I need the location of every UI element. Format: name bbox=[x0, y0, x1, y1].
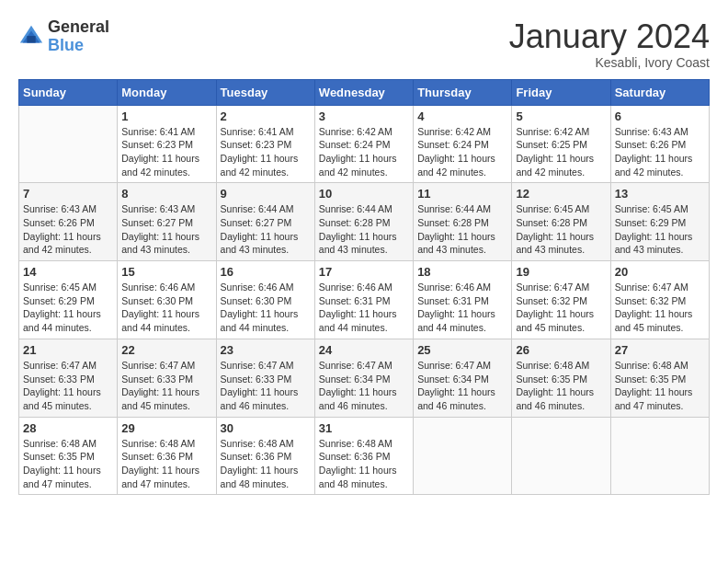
day-info: Sunrise: 6:44 AMSunset: 6:28 PMDaylight:… bbox=[319, 202, 409, 257]
day-of-week-header: Friday bbox=[512, 79, 610, 105]
logo-general: General bbox=[48, 18, 109, 37]
day-info: Sunrise: 6:46 AMSunset: 6:30 PMDaylight:… bbox=[221, 281, 311, 335]
title-block: January 2024 Kesabli, Ivory Coast bbox=[509, 18, 710, 70]
day-number: 15 bbox=[121, 265, 211, 279]
day-number: 31 bbox=[319, 421, 409, 435]
day-number: 3 bbox=[319, 109, 409, 123]
calendar-day-cell: 12Sunrise: 6:45 AMSunset: 6:28 PMDayligh… bbox=[512, 183, 610, 261]
logo-text-block: General Blue bbox=[48, 18, 109, 55]
day-number: 5 bbox=[516, 109, 606, 123]
calendar-week-row: 14Sunrise: 6:45 AMSunset: 6:29 PMDayligh… bbox=[19, 261, 710, 339]
calendar-week-row: 21Sunrise: 6:47 AMSunset: 6:33 PMDayligh… bbox=[19, 339, 710, 417]
logo-icon bbox=[18, 24, 44, 50]
day-info: Sunrise: 6:47 AMSunset: 6:33 PMDaylight:… bbox=[23, 359, 113, 413]
day-info: Sunrise: 6:44 AMSunset: 6:27 PMDaylight:… bbox=[221, 202, 311, 257]
calendar-day-cell: 6Sunrise: 6:43 AMSunset: 6:26 PMDaylight… bbox=[610, 105, 709, 183]
calendar-day-cell: 31Sunrise: 6:48 AMSunset: 6:36 PMDayligh… bbox=[314, 417, 413, 495]
day-info: Sunrise: 6:48 AMSunset: 6:36 PMDaylight:… bbox=[121, 437, 211, 491]
calendar-day-cell: 4Sunrise: 6:42 AMSunset: 6:24 PMDaylight… bbox=[414, 105, 512, 183]
day-info: Sunrise: 6:46 AMSunset: 6:31 PMDaylight:… bbox=[417, 281, 507, 335]
day-number: 28 bbox=[23, 421, 113, 435]
day-info: Sunrise: 6:44 AMSunset: 6:28 PMDaylight:… bbox=[417, 202, 507, 257]
day-number: 13 bbox=[615, 187, 705, 201]
day-of-week-header: Tuesday bbox=[216, 79, 314, 105]
main-title: January 2024 bbox=[509, 18, 710, 55]
day-number: 8 bbox=[121, 187, 211, 201]
calendar-day-cell: 2Sunrise: 6:41 AMSunset: 6:23 PMDaylight… bbox=[216, 105, 314, 183]
calendar-day-cell: 20Sunrise: 6:47 AMSunset: 6:32 PMDayligh… bbox=[610, 261, 709, 339]
day-number: 12 bbox=[516, 187, 606, 201]
day-number: 14 bbox=[23, 265, 113, 279]
day-info: Sunrise: 6:46 AMSunset: 6:31 PMDaylight:… bbox=[319, 281, 409, 335]
calendar-day-cell: 10Sunrise: 6:44 AMSunset: 6:28 PMDayligh… bbox=[314, 183, 413, 261]
calendar-day-cell: 3Sunrise: 6:42 AMSunset: 6:24 PMDaylight… bbox=[314, 105, 413, 183]
day-info: Sunrise: 6:47 AMSunset: 6:32 PMDaylight:… bbox=[516, 281, 606, 335]
day-of-week-header: Saturday bbox=[610, 79, 709, 105]
day-number: 29 bbox=[121, 421, 211, 435]
calendar-day-cell: 8Sunrise: 6:43 AMSunset: 6:27 PMDaylight… bbox=[118, 183, 216, 261]
day-info: Sunrise: 6:42 AMSunset: 6:24 PMDaylight:… bbox=[319, 125, 409, 179]
day-number: 22 bbox=[121, 343, 211, 357]
day-of-week-header: Monday bbox=[118, 79, 216, 105]
day-info: Sunrise: 6:47 AMSunset: 6:34 PMDaylight:… bbox=[417, 359, 507, 413]
calendar-day-cell bbox=[414, 417, 512, 495]
calendar-week-row: 28Sunrise: 6:48 AMSunset: 6:35 PMDayligh… bbox=[19, 417, 710, 495]
day-number: 30 bbox=[221, 421, 311, 435]
day-info: Sunrise: 6:42 AMSunset: 6:25 PMDaylight:… bbox=[516, 125, 606, 179]
day-of-week-header: Sunday bbox=[19, 79, 118, 105]
calendar-day-cell: 27Sunrise: 6:48 AMSunset: 6:35 PMDayligh… bbox=[610, 339, 709, 417]
day-number: 4 bbox=[417, 109, 507, 123]
calendar-day-cell: 9Sunrise: 6:44 AMSunset: 6:27 PMDaylight… bbox=[216, 183, 314, 261]
day-number: 26 bbox=[516, 343, 606, 357]
day-info: Sunrise: 6:47 AMSunset: 6:32 PMDaylight:… bbox=[615, 281, 705, 335]
calendar-day-cell bbox=[610, 417, 709, 495]
day-number: 9 bbox=[221, 187, 311, 201]
day-number: 21 bbox=[23, 343, 113, 357]
subtitle: Kesabli, Ivory Coast bbox=[509, 55, 710, 70]
calendar-week-row: 7Sunrise: 6:43 AMSunset: 6:26 PMDaylight… bbox=[19, 183, 710, 261]
calendar-day-cell: 25Sunrise: 6:47 AMSunset: 6:34 PMDayligh… bbox=[414, 339, 512, 417]
day-info: Sunrise: 6:43 AMSunset: 6:27 PMDaylight:… bbox=[121, 202, 211, 257]
calendar-day-cell: 7Sunrise: 6:43 AMSunset: 6:26 PMDaylight… bbox=[19, 183, 118, 261]
day-number: 16 bbox=[221, 265, 311, 279]
page-header: General Blue January 2024 Kesabli, Ivory… bbox=[18, 18, 710, 70]
calendar-day-cell: 26Sunrise: 6:48 AMSunset: 6:35 PMDayligh… bbox=[512, 339, 610, 417]
svg-rect-2 bbox=[27, 36, 35, 42]
day-number: 24 bbox=[319, 343, 409, 357]
day-info: Sunrise: 6:48 AMSunset: 6:35 PMDaylight:… bbox=[615, 359, 705, 413]
calendar-table: SundayMondayTuesdayWednesdayThursdayFrid… bbox=[18, 79, 710, 496]
day-of-week-header: Wednesday bbox=[314, 79, 413, 105]
calendar-day-cell: 11Sunrise: 6:44 AMSunset: 6:28 PMDayligh… bbox=[414, 183, 512, 261]
day-info: Sunrise: 6:45 AMSunset: 6:28 PMDaylight:… bbox=[516, 202, 606, 257]
day-number: 20 bbox=[615, 265, 705, 279]
calendar-day-cell: 19Sunrise: 6:47 AMSunset: 6:32 PMDayligh… bbox=[512, 261, 610, 339]
day-info: Sunrise: 6:43 AMSunset: 6:26 PMDaylight:… bbox=[615, 125, 705, 179]
day-info: Sunrise: 6:41 AMSunset: 6:23 PMDaylight:… bbox=[221, 125, 311, 179]
day-info: Sunrise: 6:47 AMSunset: 6:33 PMDaylight:… bbox=[221, 359, 311, 413]
calendar-day-cell: 30Sunrise: 6:48 AMSunset: 6:36 PMDayligh… bbox=[216, 417, 314, 495]
day-info: Sunrise: 6:47 AMSunset: 6:34 PMDaylight:… bbox=[319, 359, 409, 413]
calendar-day-cell: 22Sunrise: 6:47 AMSunset: 6:33 PMDayligh… bbox=[118, 339, 216, 417]
calendar-day-cell: 14Sunrise: 6:45 AMSunset: 6:29 PMDayligh… bbox=[19, 261, 118, 339]
day-info: Sunrise: 6:43 AMSunset: 6:26 PMDaylight:… bbox=[23, 202, 113, 257]
calendar-header-row: SundayMondayTuesdayWednesdayThursdayFrid… bbox=[19, 79, 710, 105]
day-number: 10 bbox=[319, 187, 409, 201]
logo: General Blue bbox=[18, 18, 109, 55]
calendar-day-cell: 17Sunrise: 6:46 AMSunset: 6:31 PMDayligh… bbox=[314, 261, 413, 339]
day-number: 23 bbox=[221, 343, 311, 357]
calendar-day-cell: 24Sunrise: 6:47 AMSunset: 6:34 PMDayligh… bbox=[314, 339, 413, 417]
day-info: Sunrise: 6:47 AMSunset: 6:33 PMDaylight:… bbox=[121, 359, 211, 413]
calendar-day-cell: 28Sunrise: 6:48 AMSunset: 6:35 PMDayligh… bbox=[19, 417, 118, 495]
calendar-day-cell: 29Sunrise: 6:48 AMSunset: 6:36 PMDayligh… bbox=[118, 417, 216, 495]
day-number: 2 bbox=[221, 109, 311, 123]
day-number: 27 bbox=[615, 343, 705, 357]
day-number: 7 bbox=[23, 187, 113, 201]
day-number: 1 bbox=[121, 109, 211, 123]
day-info: Sunrise: 6:48 AMSunset: 6:35 PMDaylight:… bbox=[516, 359, 606, 413]
day-number: 18 bbox=[417, 265, 507, 279]
day-info: Sunrise: 6:46 AMSunset: 6:30 PMDaylight:… bbox=[121, 281, 211, 335]
calendar-day-cell bbox=[512, 417, 610, 495]
day-info: Sunrise: 6:48 AMSunset: 6:36 PMDaylight:… bbox=[221, 437, 311, 491]
calendar-day-cell: 5Sunrise: 6:42 AMSunset: 6:25 PMDaylight… bbox=[512, 105, 610, 183]
calendar-day-cell: 21Sunrise: 6:47 AMSunset: 6:33 PMDayligh… bbox=[19, 339, 118, 417]
